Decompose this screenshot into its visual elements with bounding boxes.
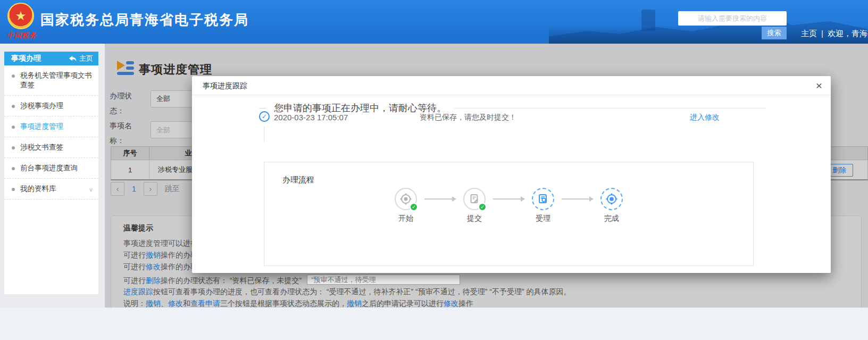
sidebar-header: 事项办理 主页 xyxy=(4,52,98,65)
review-document-icon xyxy=(537,193,549,205)
timeline-connector xyxy=(264,127,264,143)
sidebar-home-link[interactable]: 主页 xyxy=(69,54,93,63)
step-done-badge: ✓ xyxy=(478,203,487,211)
link-separator: | xyxy=(821,29,823,38)
flow-arrow-icon xyxy=(493,188,524,210)
sidebar-item-my-library[interactable]: 我的资料库 ∨ xyxy=(4,179,98,200)
modal-titlebar: 事项进度跟踪 × xyxy=(192,76,831,95)
timeline-timestamp: 2020-03-23 17:05:07 xyxy=(274,113,348,122)
step-start: ✓ 开始 xyxy=(387,188,424,223)
step-label: 提交 xyxy=(456,214,493,223)
step-submit: ✓ 提交 xyxy=(456,188,493,223)
step-label: 受理 xyxy=(524,214,562,223)
close-icon[interactable]: × xyxy=(816,79,822,93)
sidebar-home-label: 主页 xyxy=(79,54,93,63)
page-footer xyxy=(0,308,868,340)
step-label: 完成 xyxy=(593,214,630,223)
process-flow-box: 办理流程 ✓ 开始 xyxy=(264,162,754,266)
sidebar: 事项办理 主页 税务机关管理事项文书查签 涉税事项办理 事项进度管理 涉税文书查… xyxy=(4,52,98,294)
step-accept: 受理 xyxy=(524,188,562,223)
modal-title: 事项进度跟踪 xyxy=(203,81,247,91)
welcome-text: 欢迎，青海羚 xyxy=(828,29,868,38)
step-complete: 完成 xyxy=(593,188,630,223)
sidebar-item-tax-doc-check[interactable]: 涉税文书查签 xyxy=(4,137,98,158)
progress-tracking-modal: 事项进度跟踪 × 您申请的事项正在办理中，请耐心等待。 ✓ 2020-03-23… xyxy=(192,76,831,273)
check-circle-icon: ✓ xyxy=(259,111,270,122)
flow-arrow-icon xyxy=(562,188,593,210)
sidebar-menu: 税务机关管理事项文书查签 涉税事项办理 事项进度管理 涉税文书查签 前台事项进度… xyxy=(4,65,98,200)
flow-title: 办理流程 xyxy=(282,175,314,185)
back-arrow-icon xyxy=(69,55,77,62)
target-icon xyxy=(400,193,412,205)
header-links: 主页|欢迎，青海羚 xyxy=(801,29,868,39)
sidebar-item-document-check[interactable]: 税务机关管理事项文书查签 xyxy=(4,65,98,96)
target-icon xyxy=(606,193,617,205)
edit-document-icon xyxy=(469,193,480,205)
timeline-status: 资料已保存，请您及时提交！ xyxy=(420,113,516,122)
search-button[interactable]: 搜索 xyxy=(762,27,787,39)
flow-steps: ✓ 开始 ✓ 提交 xyxy=(264,188,753,223)
step-label: 开始 xyxy=(387,214,424,223)
sidebar-title: 事项办理 xyxy=(11,54,69,63)
national-emblem-logo: ★ xyxy=(7,3,34,29)
sidebar-item-tax-matters[interactable]: 涉税事项办理 xyxy=(4,96,98,117)
logo-caption: 中国税务 xyxy=(6,31,37,40)
search-input[interactable] xyxy=(678,11,787,26)
site-title: 国家税务总局青海省电子税务局 xyxy=(40,11,249,29)
app-root: ★ 中国税务 国家税务总局青海省电子税务局 搜索 主页|欢迎，青海羚 事项办理 … xyxy=(0,0,868,340)
flow-arrow-icon xyxy=(424,188,456,210)
emblem-star-icon: ★ xyxy=(15,10,27,22)
sidebar-item-front-desk-query[interactable]: 前台事项进度查询 xyxy=(4,158,98,179)
chevron-down-icon: ∨ xyxy=(89,185,93,194)
step-done-badge: ✓ xyxy=(410,203,418,211)
header: ★ 中国税务 国家税务总局青海省电子税务局 搜索 主页|欢迎，青海羚 xyxy=(0,0,868,44)
enter-modify-link[interactable]: 进入修改 xyxy=(690,113,720,122)
sidebar-item-progress-management[interactable]: 事项进度管理 xyxy=(4,117,98,137)
status-option-box: “预审不通过，待受理 xyxy=(307,275,460,285)
home-link[interactable]: 主页 xyxy=(801,29,817,38)
